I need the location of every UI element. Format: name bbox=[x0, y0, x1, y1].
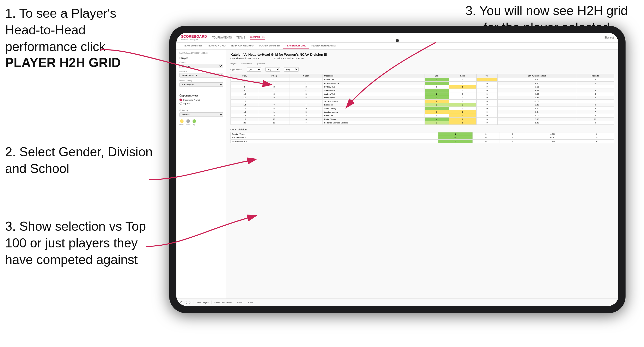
legend-up: Up bbox=[193, 119, 196, 125]
legend-down: Down bbox=[179, 119, 184, 125]
toolbar-back[interactable]: ◁ bbox=[185, 301, 187, 304]
content-title: Katelyn Vo Head-to-Head Grid for Women's… bbox=[230, 53, 614, 56]
table-row: 15 8 5 Stella Cheng 1 0 0 1.25 4 bbox=[231, 107, 614, 110]
conference-filter[interactable]: (All) bbox=[265, 67, 280, 72]
instruction-step1: 1. To see a Player's Head-to-Head perfor… bbox=[5, 5, 154, 70]
table-row: 3 1 1 Esther Lee 1 0 1 1.50 4 bbox=[231, 78, 614, 82]
table-row: 5 2 2 Alexis Sudjianto 1 0 0 4.00 3 bbox=[231, 82, 614, 85]
opponents-row: Opponents: (All) (All) (All) bbox=[230, 67, 614, 72]
sub-nav: TEAM SUMMARY TEAM H2H GRID TEAM H2H HEAT… bbox=[176, 43, 618, 50]
th-opponent: Opponent bbox=[323, 74, 425, 78]
table-row: 20 11 7 Federica Domecq Lacroze 2 1 0 1.… bbox=[231, 121, 614, 125]
radio-opponents-played[interactable]: Opponents Played bbox=[179, 99, 223, 101]
sidebar: Last Updated: 27/03/2024 16:55:38 Player… bbox=[176, 50, 226, 298]
instruction-step1-text: 1. To see a Player's Head-to-Head perfor… bbox=[5, 5, 154, 55]
legend-level: Level bbox=[186, 119, 190, 125]
out-division-table: Foreign Team 1 0 0 4.500 2 NAIA Division… bbox=[230, 132, 614, 143]
tablet-screen: SCOREBOARD Powered by clippd TOURNAMENTS… bbox=[176, 33, 618, 306]
instruction-step3-left-text: 3. Show selection vs Top 100 or just pla… bbox=[5, 218, 154, 268]
toolbar-forward[interactable]: ▷ bbox=[189, 301, 191, 304]
filter-conference: Conference bbox=[241, 62, 251, 65]
nav-teams[interactable]: TEAMS bbox=[236, 36, 245, 39]
sub-nav-player-h2h[interactable]: PLAYER H2H GRID bbox=[283, 43, 309, 49]
tablet-outer: SCOREBOARD Powered by clippd TOURNAMENTS… bbox=[169, 26, 626, 313]
table-row: 11 2 5 Heejo Hyun 1 0 0 3.33 3 bbox=[231, 96, 614, 100]
opponents-filter[interactable]: (All) bbox=[247, 67, 261, 72]
sidebar-colour-by-label: Colour by bbox=[179, 109, 223, 111]
th-diff: Diff Av Strokes/Rnd bbox=[498, 74, 576, 78]
out-of-division: Out of division Foreign Team 1 0 0 4.500… bbox=[230, 128, 614, 143]
legend: Down Level Up bbox=[179, 119, 223, 125]
filter-opponent: Opponent bbox=[256, 62, 265, 65]
nav-committee[interactable]: COMMITTEE bbox=[250, 36, 265, 40]
table-row: 16 1 3 Jessica Mason 1 2 0 -0.94 7 bbox=[231, 110, 614, 114]
division-record: Division Record: 331 - 34 - 6 bbox=[274, 57, 304, 60]
instruction-step1-bold: PLAYER H2H GRID bbox=[5, 55, 154, 70]
table-row: 6 3 3 Sydney Kuo 0 1 0 -1.00 bbox=[231, 85, 614, 89]
main-content: Last Updated: 27/03/2024 16:55:38 Player… bbox=[176, 50, 618, 298]
sidebar-gender-select[interactable]: Women's bbox=[179, 64, 223, 68]
instruction-step2-text: 2. Select Gender, Division and School bbox=[5, 144, 154, 177]
table-row: 9 1 4 Sharon Mun 1 0 0 3.67 3 bbox=[231, 89, 614, 92]
nav-tournaments[interactable]: TOURNAMENTS bbox=[212, 36, 232, 39]
table-row: 10 6 3 Andrea York 2 0 0 4.00 4 bbox=[231, 92, 614, 96]
sidebar-colour-by-select[interactable]: Win/loss bbox=[179, 112, 223, 117]
content-area: Katelyn Vo Head-to-Head Grid for Women's… bbox=[226, 50, 618, 298]
main-table: # Div # Reg # Conf Opponent Win Loss Tie… bbox=[230, 74, 614, 125]
sub-nav-team-summary[interactable]: TEAM SUMMARY bbox=[181, 43, 205, 49]
sub-nav-team-heatmap[interactable]: TEAM H2H HEATMAP bbox=[228, 43, 257, 49]
instruction-step2: 2. Select Gender, Division and School bbox=[5, 144, 154, 177]
overall-record: Overall Record: 353 - 34 - 6 bbox=[230, 57, 259, 60]
nav-links: TOURNAMENTS TEAMS COMMITTEE bbox=[212, 36, 604, 40]
logo-sub: Powered by clippd bbox=[181, 38, 207, 41]
table-row: 14 7 4 Eunice Yi 2 2 0 0.38 9 bbox=[231, 103, 614, 107]
radio-top100-label: Top 100 bbox=[183, 102, 190, 105]
out-division-row: NCAA Division 2 5 0 0 7.400 10 bbox=[231, 140, 614, 143]
instruction-step3-left: 3. Show selection vs Top 100 or just pla… bbox=[5, 218, 154, 268]
toolbar-watch[interactable]: Watch bbox=[237, 301, 242, 304]
out-division-row: NAIA Division 1 15 0 0 9.267 30 bbox=[231, 136, 614, 140]
sidebar-gender-label: Gender bbox=[179, 61, 223, 63]
th-rounds: Rounds bbox=[576, 74, 614, 78]
radio-top100[interactable]: Top 100 bbox=[179, 102, 223, 105]
sidebar-division-label: Division bbox=[179, 70, 223, 73]
radio-opponents-label: Opponents Played bbox=[183, 99, 200, 101]
sidebar-timestamp: Last Updated: 27/03/2024 16:55:38 bbox=[179, 52, 223, 54]
th-div: # Div bbox=[231, 74, 259, 78]
th-tie: Tie bbox=[477, 74, 498, 78]
sidebar-player-rank-label: Player (Rank) bbox=[179, 80, 223, 82]
sidebar-division-select[interactable]: NCAA Division III bbox=[179, 73, 223, 78]
th-loss: Loss bbox=[449, 74, 476, 78]
sub-nav-player-summary[interactable]: PLAYER SUMMARY bbox=[257, 43, 283, 49]
content-records: Overall Record: 353 - 34 - 6 Division Re… bbox=[230, 57, 614, 60]
toolbar-sep4: | bbox=[245, 300, 246, 305]
table-row: 18 2 2 Euna Lee 0 3 0 -5.00 2 bbox=[231, 114, 614, 118]
logo-text: SCOREBOARD bbox=[181, 35, 207, 38]
toolbar-sep2: | bbox=[211, 300, 212, 305]
th-win: Win bbox=[425, 74, 449, 78]
toolbar-view-original[interactable]: View: Original bbox=[196, 301, 209, 304]
app-logo: SCOREBOARD Powered by clippd bbox=[181, 35, 207, 41]
toolbar-share[interactable]: Share bbox=[248, 301, 253, 304]
opponent-filter[interactable]: (All) bbox=[284, 67, 299, 72]
toolbar-sep1: | bbox=[193, 300, 194, 305]
th-reg: # Reg bbox=[259, 74, 289, 78]
th-conf: # Conf bbox=[289, 74, 323, 78]
sidebar-player-rank-select[interactable]: 8. Katelyn Vo bbox=[179, 82, 223, 87]
sidebar-player-title: Player bbox=[179, 56, 223, 60]
sub-nav-player-heatmap[interactable]: PLAYER H2H HEATMAP bbox=[309, 43, 340, 49]
nav-sign-out[interactable]: Sign out bbox=[604, 36, 614, 39]
opponents-label: Opponents: bbox=[230, 68, 243, 71]
toolbar-save[interactable]: Save Custom View bbox=[214, 301, 232, 304]
out-of-division-title: Out of division bbox=[230, 128, 614, 131]
toolbar-sep3: | bbox=[234, 300, 235, 305]
tablet-container: SCOREBOARD Powered by clippd TOURNAMENTS… bbox=[169, 26, 626, 313]
table-row: 19 10 6 Emily Chang 4 1 0 0.30 11 bbox=[231, 118, 614, 121]
sub-nav-team-h2h[interactable]: TEAM H2H GRID bbox=[205, 43, 228, 49]
filters-row: Region Conference Opponent bbox=[230, 62, 614, 65]
out-division-row: Foreign Team 1 0 0 4.500 2 bbox=[231, 132, 614, 136]
table-row: 13 1 1 Jessica Huang 2 0 0 -3.00 2 bbox=[231, 100, 614, 103]
toolbar-undo[interactable]: ↺ bbox=[180, 301, 183, 304]
tableau-toolbar: ↺ ◁ ▷ | View: Original | Save Custom Vie… bbox=[176, 298, 618, 306]
sidebar-opponent-view-label: Opponent view bbox=[179, 94, 223, 97]
